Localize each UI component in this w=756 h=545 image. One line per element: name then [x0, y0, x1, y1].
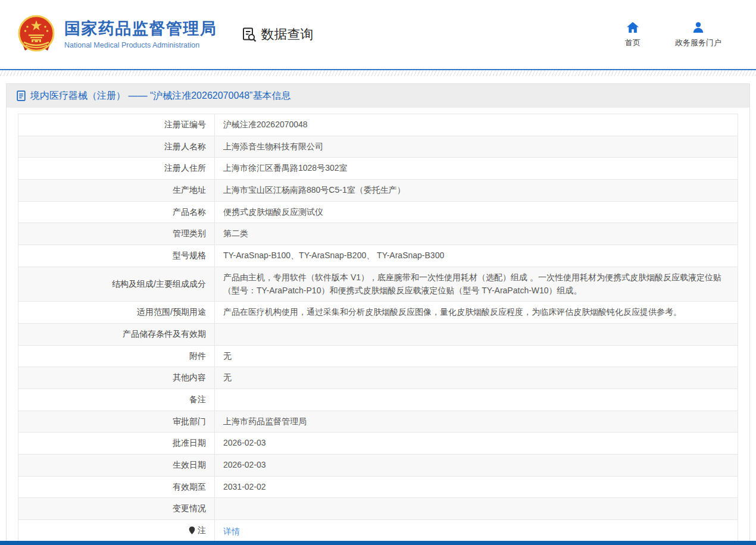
page-title-text: 境内医疗器械（注册） —— “沪械注准20262070048”基本信息	[30, 90, 290, 102]
field-value: 2026-02-03	[215, 433, 738, 455]
field-value	[215, 498, 738, 520]
table-wrap: 注册证编号沪械注准20262070048注册人名称上海添音生物科技有限公司注册人…	[7, 108, 749, 545]
field-value: 无	[215, 345, 738, 367]
field-label-text: 其他内容	[173, 371, 206, 384]
field-label-text: 附件	[189, 350, 206, 363]
field-label-text: 生效日期	[173, 459, 206, 472]
table-row: 生产地址上海市宝山区江杨南路880号C5-1室（委托生产）	[18, 180, 738, 202]
table-row: 结构及组成/主要组成成分产品由主机，专用软件（软件版本 V1），底座腕带和一次性…	[18, 267, 738, 301]
field-label: 适用范围/预期用途	[18, 302, 215, 324]
field-label-text: 注	[198, 524, 206, 537]
field-label: 注册证编号	[18, 114, 215, 136]
table-row: 其他内容无	[18, 367, 738, 389]
info-table: 注册证编号沪械注准20262070048注册人名称上海添音生物科技有限公司注册人…	[18, 114, 738, 544]
national-emblem-icon	[17, 15, 56, 54]
field-label: 产品储存条件及有效期	[18, 323, 215, 345]
table-row: 批准日期2026-02-03	[18, 433, 738, 455]
table-row: 生效日期2026-02-03	[18, 455, 738, 477]
nav-portal[interactable]: 政务服务门户	[675, 21, 721, 48]
field-label-text: 生产地址	[173, 184, 206, 197]
table-row: 注详情	[18, 520, 738, 544]
field-label: 其他内容	[18, 367, 215, 389]
field-label-text: 注册证编号	[164, 118, 206, 131]
field-value: 产品由主机，专用软件（软件版本 V1），底座腕带和一次性使用耗材（选配）组成 。…	[215, 267, 738, 301]
field-label: 批准日期	[18, 433, 215, 455]
field-value: 上海市宝山区江杨南路880号C5-1室（委托生产）	[215, 180, 738, 202]
field-label: 有效期至	[18, 476, 215, 498]
field-label: 变更情况	[18, 498, 215, 520]
main-area: 境内医疗器械（注册） —— “沪械注准20262070048”基本信息 注册证编…	[0, 76, 756, 545]
table-row: 有效期至2031-02-02	[18, 476, 738, 498]
field-value: 产品在医疗机构使用，通过采集和分析皮肤烟酸反应图像，量化皮肤烟酸反应程度，为临床…	[215, 302, 738, 324]
field-label: 注册人名称	[18, 136, 215, 158]
table-row: 注册人住所上海市徐汇区番禺路1028号302室	[18, 158, 738, 180]
table-row: 管理类别第二类	[18, 223, 738, 245]
field-label: 结构及组成/主要组成成分	[18, 267, 215, 301]
field-value	[215, 323, 738, 345]
table-row: 注册人名称上海添音生物科技有限公司	[18, 136, 738, 158]
header-nav: 首页 政务服务门户	[625, 21, 738, 48]
table-row: 附件无	[18, 345, 738, 367]
field-value: 详情	[215, 520, 738, 544]
field-label-text: 型号规格	[173, 249, 206, 262]
pin-icon	[188, 526, 196, 535]
field-value: 第二类	[215, 223, 738, 245]
org-name-cn: 国家药品监督管理局	[64, 20, 217, 38]
table-row: 备注	[18, 389, 738, 411]
data-query-tab[interactable]: 数据查询	[241, 26, 314, 43]
field-label-text: 注册人住所	[164, 162, 206, 175]
field-label: 附件	[18, 345, 215, 367]
table-row: 审批部门上海市药品监督管理局	[18, 411, 738, 433]
field-label: 审批部门	[18, 411, 215, 433]
nav-portal-label: 政务服务门户	[675, 37, 721, 48]
table-row: 产品名称便携式皮肤烟酸反应测试仪	[18, 201, 738, 223]
home-icon	[626, 21, 639, 33]
field-label-text: 适用范围/预期用途	[137, 306, 206, 319]
hatch-divider	[0, 70, 756, 76]
table-row: 变更情况	[18, 498, 738, 520]
field-label-text: 备注	[189, 393, 206, 406]
field-label: 注	[18, 520, 215, 544]
field-label: 备注	[18, 389, 215, 411]
field-label: 注册人住所	[18, 158, 215, 180]
info-panel: 境内医疗器械（注册） —— “沪械注准20262070048”基本信息 注册证编…	[6, 83, 750, 545]
footer-bar	[0, 541, 756, 545]
nav-home[interactable]: 首页	[625, 21, 641, 48]
site-header: 国家药品监督管理局 National Medical Products Admi…	[0, 0, 756, 70]
field-value: 上海市药品监督管理局	[215, 411, 738, 433]
field-value: 2026-02-03	[215, 455, 738, 477]
document-icon	[17, 90, 26, 101]
field-label: 管理类别	[18, 223, 215, 245]
field-label-text: 注册人名称	[164, 140, 206, 154]
field-value: 无	[215, 367, 738, 389]
table-row: 产品储存条件及有效期	[18, 323, 738, 345]
nmpa-logo[interactable]: 国家药品监督管理局 National Medical Products Admi…	[17, 15, 217, 54]
field-value: TY-AraSnap-B100、TY-AraSnap-B200、 TY-AraS…	[215, 245, 738, 267]
table-row: 型号规格TY-AraSnap-B100、TY-AraSnap-B200、 TY-…	[18, 245, 738, 267]
field-label-text: 产品储存条件及有效期	[123, 328, 206, 341]
table-row: 适用范围/预期用途产品在医疗机构使用，通过采集和分析皮肤烟酸反应图像，量化皮肤烟…	[18, 302, 738, 324]
field-value: 便携式皮肤烟酸反应测试仪	[215, 201, 738, 223]
brand-text: 国家药品监督管理局 National Medical Products Admi…	[64, 20, 217, 49]
page-title: 境内医疗器械（注册） —— “沪械注准20262070048”基本信息	[7, 84, 749, 108]
field-label-text: 变更情况	[173, 502, 206, 515]
doc-search-icon	[241, 27, 257, 43]
nav-home-label: 首页	[625, 37, 641, 48]
field-label-text: 管理类别	[173, 227, 206, 240]
field-value	[215, 389, 738, 411]
field-value: 沪械注准20262070048	[215, 114, 738, 136]
field-label-text: 有效期至	[173, 481, 206, 494]
field-label-text: 产品名称	[173, 206, 206, 219]
detail-link[interactable]: 详情	[223, 527, 240, 536]
field-label: 型号规格	[18, 245, 215, 267]
field-label-text: 结构及组成/主要组成成分	[112, 278, 206, 291]
table-row: 注册证编号沪械注准20262070048	[18, 114, 738, 136]
field-label: 产品名称	[18, 201, 215, 223]
field-label: 生产地址	[18, 180, 215, 202]
field-value: 上海添音生物科技有限公司	[215, 136, 738, 158]
field-label-text: 批准日期	[173, 437, 206, 450]
field-label: 生效日期	[18, 455, 215, 477]
field-value: 2031-02-02	[215, 476, 738, 498]
field-label-text: 审批部门	[173, 415, 206, 428]
field-value: 上海市徐汇区番禺路1028号302室	[215, 158, 738, 180]
